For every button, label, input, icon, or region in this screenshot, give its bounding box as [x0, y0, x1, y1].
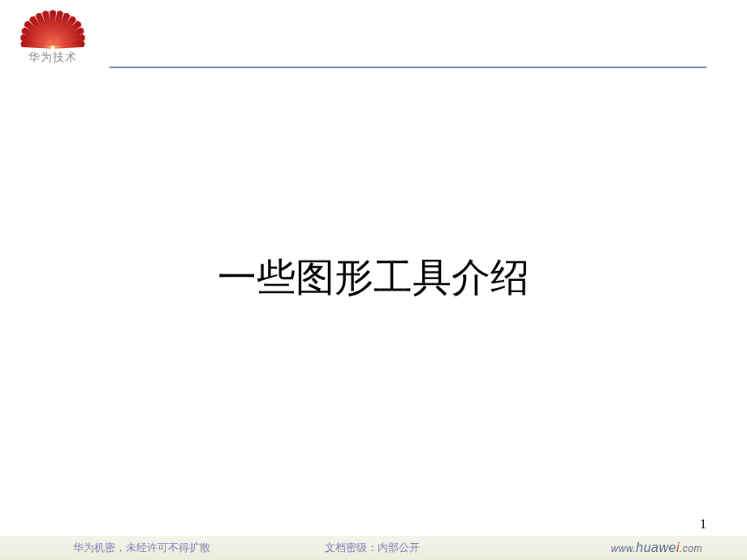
- slide-header: 华为技术: [16, 8, 706, 73]
- logo-area: 华为技术: [16, 8, 89, 65]
- header-divider: [110, 67, 706, 68]
- huawei-sun-logo-icon: [16, 8, 89, 49]
- footer-website: www.huawei.com: [611, 541, 702, 555]
- logo-text: 华为技术: [16, 50, 89, 65]
- footer-url-prefix: www.: [611, 543, 637, 554]
- footer-url-suffix: .com: [680, 543, 702, 554]
- footer-url-main: huawe: [636, 541, 676, 554]
- footer-confidentiality: 华为机密，未经许可不得扩散: [73, 541, 210, 555]
- slide-footer: 华为机密，未经许可不得扩散 文档密级：内部公开 www.huawei.com: [0, 536, 747, 560]
- footer-classification: 文档密级：内部公开: [325, 541, 420, 555]
- page-number: 1: [700, 517, 706, 532]
- slide-title: 一些图形工具介绍: [0, 252, 747, 304]
